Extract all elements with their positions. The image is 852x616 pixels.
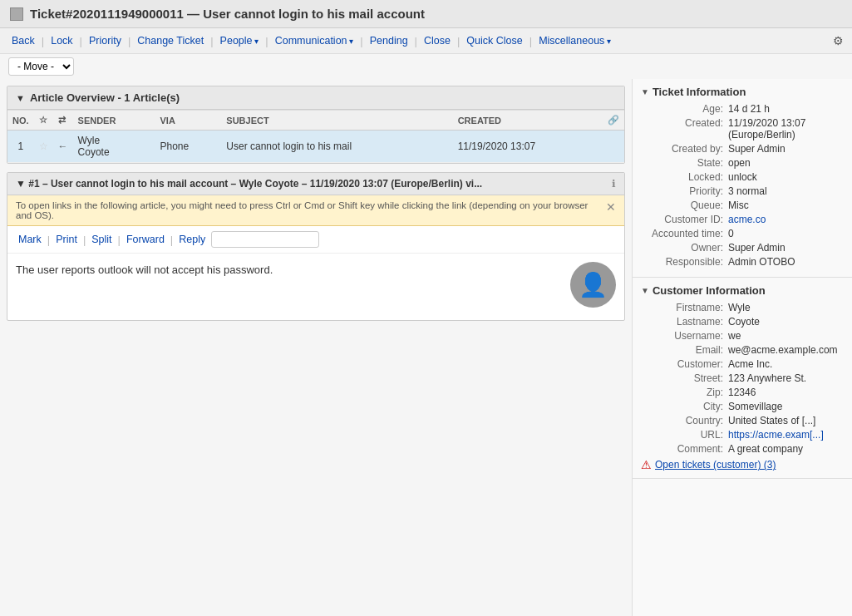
open-tickets-link[interactable]: Open tickets (customer) (3)	[655, 459, 776, 471]
col-via: VIA	[155, 111, 221, 131]
forward-button[interactable]: Forward	[124, 232, 167, 247]
info-icon[interactable]: ℹ	[612, 178, 616, 190]
info-row-zip: Zip: 12346	[641, 387, 844, 398]
info-row-priority: Priority: 3 normal	[641, 185, 844, 197]
label-created-by: Created by:	[641, 143, 728, 155]
info-row-lastname: Lastname: Coyote	[641, 316, 844, 328]
info-row-email: Email: we@acme.example.com	[641, 344, 844, 356]
cell-sender: WyleCoyote	[73, 131, 155, 163]
col-sender: SENDER	[73, 111, 155, 131]
info-row-accounted-time: Accounted time: 0	[641, 228, 844, 239]
close-button[interactable]: Close	[421, 33, 454, 48]
value-email: we@acme.example.com	[728, 344, 844, 356]
value-url[interactable]: https://acme.exam[...]	[728, 429, 844, 441]
info-row-state: State: open	[641, 157, 844, 169]
cell-created: 11/19/2020 13:07	[453, 131, 603, 163]
label-country: Country:	[641, 415, 728, 426]
col-created: CREATED	[453, 111, 603, 131]
value-customer-id[interactable]: acme.co	[728, 214, 844, 225]
detail-collapse-icon[interactable]: ▼	[16, 178, 26, 190]
article-overview-header[interactable]: ▼ Article Overview - 1 Article(s)	[7, 86, 624, 110]
mark-button[interactable]: Mark	[16, 232, 44, 247]
info-row-username: Username: we	[641, 330, 844, 342]
print-button[interactable]: Print	[53, 232, 80, 247]
article-body: The user reports outlook will not accept…	[16, 262, 560, 312]
label-url: URL:	[641, 429, 728, 441]
info-row-customer: Customer: Acme Inc.	[641, 358, 844, 370]
info-row-responsible: Responsible: Admin OTOBO	[641, 256, 844, 268]
label-age: Age:	[641, 103, 728, 115]
people-button[interactable]: People	[217, 33, 263, 48]
collapse-arrow-icon: ▼	[16, 93, 25, 103]
col-no: NO.	[7, 111, 34, 131]
label-state: State:	[641, 157, 728, 169]
cell-link	[603, 131, 624, 163]
label-accounted-time: Accounted time:	[641, 228, 728, 239]
cell-no: 1	[7, 131, 34, 163]
info-row-created: Created: 11/19/2020 13:07(Europe/Berlin)	[641, 117, 844, 140]
quick-close-button[interactable]: Quick Close	[463, 33, 525, 48]
label-owner: Owner:	[641, 242, 728, 254]
value-city: Somevillage	[728, 401, 844, 412]
info-row-owner: Owner: Super Admin	[641, 242, 844, 254]
label-lastname: Lastname:	[641, 316, 728, 328]
gear-button[interactable]: ⚙	[833, 34, 844, 47]
article-detail-title: ▼ #1 – User cannot login to his mail acc…	[16, 178, 482, 190]
open-tickets-warning-icon: ⚠	[641, 458, 652, 471]
info-row-city: City: Somevillage	[641, 401, 844, 412]
col-link: 🔗	[603, 111, 624, 131]
open-tickets-row: ⚠ Open tickets (customer) (3)	[641, 458, 844, 471]
split-button[interactable]: Split	[89, 232, 114, 247]
label-locked: Locked:	[641, 171, 728, 183]
label-username: Username:	[641, 330, 728, 342]
communication-button[interactable]: Communication	[272, 33, 357, 48]
info-row-queue: Queue: Misc	[641, 200, 844, 211]
info-row-street: Street: 123 Anywhere St.	[641, 372, 844, 384]
notification-close-button[interactable]: ✕	[606, 200, 616, 214]
article-actions: Mark | Print | Split | Forward | Reply	[7, 226, 624, 254]
article-overview-section: ▼ Article Overview - 1 Article(s) NO. ☆ …	[7, 86, 625, 164]
cell-star[interactable]: ☆	[34, 131, 53, 163]
value-created-by: Super Admin	[728, 143, 844, 155]
table-row[interactable]: 1 ☆ ← WyleCoyote Phone User cannot login…	[7, 131, 624, 163]
label-queue: Queue:	[641, 200, 728, 211]
move-select[interactable]: - Move -	[8, 57, 74, 76]
pending-button[interactable]: Pending	[367, 33, 411, 48]
customer-info-collapse-icon[interactable]: ▼	[641, 286, 649, 295]
col-star: ☆	[34, 111, 53, 131]
article-table: NO. ☆ ⇄ SENDER VIA SUBJECT CREATED 🔗 1	[7, 110, 624, 163]
label-city: City:	[641, 401, 728, 412]
value-username: we	[728, 330, 844, 342]
back-button[interactable]: Back	[8, 33, 38, 48]
label-street: Street:	[641, 372, 728, 384]
priority-button[interactable]: Priority	[86, 33, 125, 48]
miscellaneous-button[interactable]: Miscellaneous	[535, 33, 614, 48]
article-detail-title-text: #1 – User cannot login to his mail accou…	[28, 178, 482, 190]
change-ticket-button[interactable]: Change Ticket	[134, 33, 207, 48]
info-row-customer-id: Customer ID: acme.co	[641, 214, 844, 225]
label-created: Created:	[641, 117, 728, 140]
article-detail-header: ▼ #1 – User cannot login to his mail acc…	[7, 173, 624, 195]
value-street: 123 Anywhere St.	[728, 372, 844, 384]
info-row-url: URL: https://acme.exam[...]	[641, 429, 844, 441]
ticket-checkbox[interactable]	[10, 7, 23, 21]
value-lastname: Coyote	[728, 316, 844, 328]
article-overview-title: Article Overview - 1 Article(s)	[30, 91, 180, 104]
reply-button[interactable]: Reply	[176, 232, 208, 247]
ticket-info-section: ▼ Ticket Information Age: 14 d 21 h Crea…	[633, 79, 852, 278]
cell-subject: User cannot login to his mail	[221, 131, 452, 163]
value-age: 14 d 21 h	[728, 103, 844, 115]
value-customer: Acme Inc.	[728, 358, 844, 370]
reply-input[interactable]	[211, 231, 319, 248]
value-queue: Misc	[728, 200, 844, 211]
label-email: Email:	[641, 344, 728, 356]
label-responsible: Responsible:	[641, 256, 728, 268]
ticket-info-title: ▼ Ticket Information	[641, 86, 844, 98]
table-header-row: NO. ☆ ⇄ SENDER VIA SUBJECT CREATED 🔗	[7, 111, 624, 131]
value-zip: 12346	[728, 387, 844, 398]
value-firstname: Wyle	[728, 302, 844, 313]
article-body-wrap: The user reports outlook will not accept…	[7, 254, 624, 320]
ticket-info-collapse-icon[interactable]: ▼	[641, 87, 649, 96]
lock-button[interactable]: Lock	[47, 33, 76, 48]
info-row-comment: Comment: A great company	[641, 443, 844, 455]
